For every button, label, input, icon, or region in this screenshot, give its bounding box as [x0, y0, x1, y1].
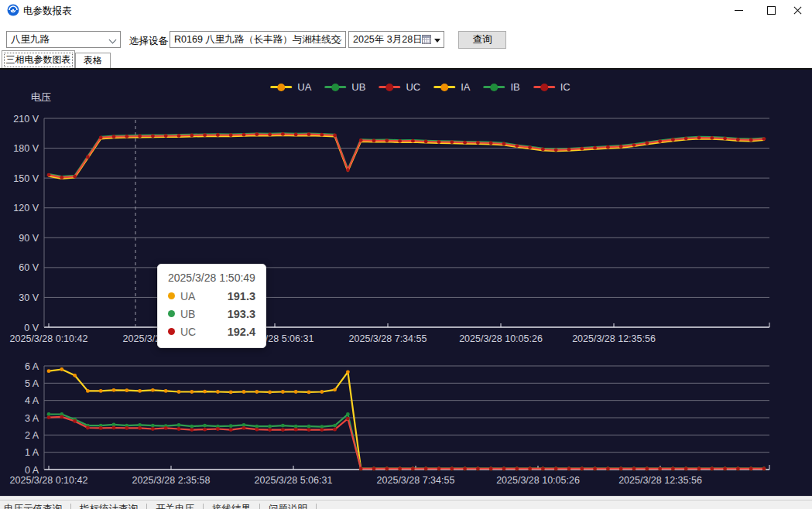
data-point-UC[interactable] — [138, 135, 142, 138]
data-point-UC[interactable] — [554, 148, 558, 152]
data-point-IC[interactable] — [476, 467, 480, 471]
data-point-IB[interactable] — [203, 424, 207, 428]
data-point-UC[interactable] — [593, 146, 597, 150]
data-point-IB[interactable] — [307, 425, 311, 429]
data-point-IA[interactable] — [203, 390, 207, 394]
data-point-IA[interactable] — [268, 391, 272, 395]
data-point-IA[interactable] — [47, 369, 51, 373]
data-point-IA[interactable] — [99, 389, 103, 393]
status-bar-item[interactable]: 开关电压 — [147, 504, 204, 509]
data-point-IC[interactable] — [190, 428, 194, 432]
data-point-UC[interactable] — [450, 140, 454, 144]
data-point-UC[interactable] — [242, 133, 246, 137]
data-point-IC[interactable] — [60, 415, 63, 419]
data-point-IC[interactable] — [138, 426, 142, 430]
data-point-UC[interactable] — [333, 134, 337, 138]
legend-item-UA[interactable]: UA — [270, 81, 311, 93]
data-point-UC[interactable] — [489, 142, 493, 145]
legend-item-UB[interactable]: UB — [324, 81, 365, 93]
data-point-IC[interactable] — [372, 467, 376, 471]
data-point-IC[interactable] — [73, 419, 77, 423]
data-point-UC[interactable] — [281, 132, 285, 136]
data-point-IB[interactable] — [177, 423, 181, 427]
data-point-UC[interactable] — [476, 141, 480, 145]
data-point-IC[interactable] — [333, 428, 337, 432]
data-point-IB[interactable] — [346, 412, 350, 416]
maximize-button[interactable] — [758, 0, 784, 20]
data-point-UC[interactable] — [606, 145, 610, 149]
data-point-UC[interactable] — [528, 145, 532, 149]
legend-item-UC[interactable]: UC — [379, 81, 420, 93]
data-point-IA[interactable] — [151, 388, 155, 392]
data-point-IC[interactable] — [606, 467, 610, 471]
series-line-IA[interactable] — [49, 370, 764, 469]
data-point-IC[interactable] — [593, 467, 597, 471]
data-point-IC[interactable] — [99, 426, 103, 430]
data-point-UC[interactable] — [385, 138, 389, 142]
data-point-UC[interactable] — [697, 136, 701, 140]
data-point-UC[interactable] — [294, 133, 298, 137]
data-point-IB[interactable] — [268, 425, 272, 429]
data-point-IC[interactable] — [619, 467, 623, 471]
data-point-IC[interactable] — [437, 467, 441, 471]
series-line-IC[interactable] — [49, 417, 764, 469]
data-point-UC[interactable] — [255, 132, 259, 136]
status-bar-item[interactable]: 指标统计查询 — [71, 504, 147, 509]
data-point-UC[interactable] — [216, 133, 220, 137]
data-point-IB[interactable] — [190, 425, 194, 429]
series-line-IB[interactable] — [49, 415, 764, 469]
data-point-IA[interactable] — [86, 389, 90, 393]
data-point-UC[interactable] — [190, 134, 194, 138]
data-point-IA[interactable] — [190, 390, 194, 394]
data-point-UC[interactable] — [723, 137, 727, 141]
data-point-UC[interactable] — [424, 140, 428, 144]
data-point-UC[interactable] — [541, 148, 545, 152]
data-point-UC[interactable] — [658, 139, 662, 143]
data-point-IA[interactable] — [307, 391, 311, 395]
data-point-UC[interactable] — [411, 139, 415, 143]
data-point-IC[interactable] — [359, 467, 363, 471]
data-point-IC[interactable] — [424, 467, 428, 471]
data-point-UC[interactable] — [619, 145, 623, 149]
region-select[interactable]: 八里九路 — [6, 31, 121, 48]
data-point-IB[interactable] — [281, 424, 285, 428]
data-point-IB[interactable] — [229, 424, 233, 428]
data-point-IB[interactable] — [112, 423, 116, 427]
status-bar-item[interactable]: 问题说明 — [260, 504, 317, 509]
legend-item-IC[interactable]: IC — [533, 81, 570, 93]
device-select[interactable]: R0169 八里九路（长丰路）与湘桂线交 — [170, 31, 346, 48]
data-point-IC[interactable] — [177, 427, 181, 431]
data-point-IC[interactable] — [47, 415, 51, 419]
data-point-UC[interactable] — [164, 134, 168, 138]
data-point-IC[interactable] — [307, 428, 311, 432]
data-point-UC[interactable] — [268, 133, 272, 137]
data-point-IC[interactable] — [671, 467, 675, 471]
data-point-IA[interactable] — [242, 390, 246, 394]
data-point-IC[interactable] — [697, 467, 701, 471]
data-point-IC[interactable] — [567, 467, 571, 471]
data-point-UC[interactable] — [307, 132, 311, 136]
query-button[interactable]: 查询 — [458, 31, 506, 49]
data-point-IC[interactable] — [632, 467, 636, 471]
data-point-IC[interactable] — [411, 467, 415, 471]
data-point-IB[interactable] — [151, 424, 155, 428]
data-point-UC[interactable] — [346, 168, 350, 172]
status-bar-item[interactable]: 接线结果 — [204, 504, 260, 509]
data-point-IC[interactable] — [762, 467, 766, 471]
data-point-UC[interactable] — [437, 140, 441, 144]
data-point-IA[interactable] — [60, 367, 63, 371]
data-point-UC[interactable] — [736, 138, 740, 142]
data-point-IA[interactable] — [216, 390, 220, 394]
data-point-UC[interactable] — [112, 135, 116, 138]
series-line-UB[interactable] — [49, 133, 764, 176]
data-point-IA[interactable] — [164, 389, 168, 393]
data-point-UC[interactable] — [99, 136, 103, 140]
data-point-IA[interactable] — [320, 390, 324, 394]
minimize-button[interactable] — [725, 0, 752, 20]
charts-canvas[interactable]: 210 V180 V150 V120 V90 V60 V30 V0 V2025/… — [0, 70, 812, 496]
tab-three-phase-chart[interactable]: 三相电参数图表 — [2, 50, 75, 68]
data-point-UC[interactable] — [710, 136, 714, 140]
data-point-IC[interactable] — [385, 467, 389, 471]
status-bar-item[interactable]: 电压示值查询 — [0, 504, 71, 509]
data-point-IA[interactable] — [281, 390, 285, 394]
